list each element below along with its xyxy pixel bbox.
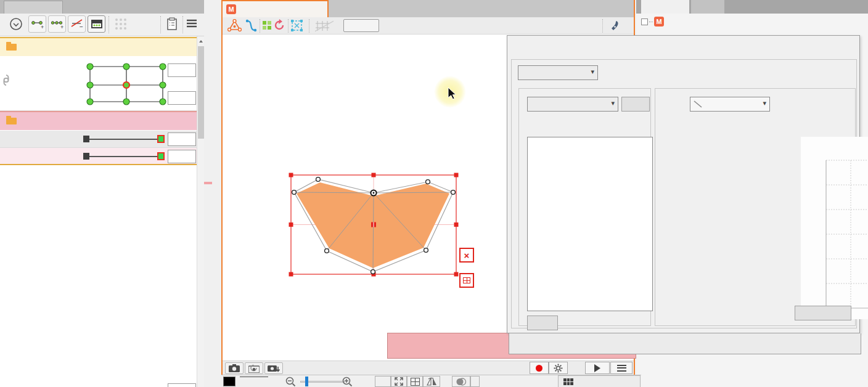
- zoom-percentage-field[interactable]: [240, 377, 268, 377]
- chevron-down-icon: ▾: [591, 68, 594, 76]
- multiview-button[interactable]: [558, 375, 641, 387]
- rotate-deformer-icon[interactable]: [273, 19, 285, 31]
- grid-view-icon: [315, 20, 334, 32]
- grid-glyph-icon: [463, 277, 470, 283]
- selection-center-marker[interactable]: [371, 222, 376, 227]
- zoom-in-icon[interactable]: [342, 377, 353, 387]
- camera-reset-button[interactable]: [245, 362, 263, 374]
- camera-export-button[interactable]: [264, 362, 283, 374]
- scrollbar-thumb[interactable]: [198, 46, 204, 139]
- blendshape-combo[interactable]: ▾: [518, 65, 598, 80]
- parameter-rows: [0, 0, 197, 387]
- tab-project[interactable]: [641, 0, 689, 14]
- project-tree-item[interactable]: M: [641, 16, 668, 27]
- record-settings-button[interactable]: [549, 362, 568, 374]
- partial-row: [0, 382, 197, 387]
- chevron-down-icon: ▾: [763, 99, 766, 107]
- parameter-scrollbar[interactable]: [197, 36, 204, 387]
- playlist-button[interactable]: [610, 362, 633, 374]
- toolbar-separator: [602, 19, 603, 33]
- viewport-bottom-toolbar: [223, 361, 634, 375]
- onion-skin-button[interactable]: [452, 376, 470, 387]
- zoom-slider-thumb[interactable]: [305, 377, 308, 386]
- model-file-icon: M: [654, 17, 664, 26]
- list-icon: [617, 365, 626, 372]
- mesh-edit-button[interactable]: [459, 273, 474, 288]
- fit-view-button[interactable]: [391, 376, 407, 387]
- solo-button[interactable]: [343, 19, 379, 32]
- weight-limit-graph: [801, 137, 868, 319]
- blendshape-mesh-icon[interactable]: [227, 19, 242, 32]
- project-tabstrip: [636, 0, 868, 14]
- parameter-group: ▾: [518, 88, 651, 326]
- graph-edit-button[interactable]: [795, 306, 851, 320]
- onion-skin-dropdown[interactable]: [470, 376, 480, 387]
- zoom-out-icon[interactable]: [285, 377, 296, 387]
- tab-log[interactable]: [691, 0, 724, 14]
- actual-size-button[interactable]: [375, 376, 391, 387]
- model-file-icon: M: [226, 4, 236, 14]
- chevron-down-icon: ▾: [611, 99, 615, 107]
- tree-expander-icon[interactable]: [641, 18, 648, 25]
- mirror-icon: [427, 377, 437, 386]
- play-button[interactable]: [585, 362, 610, 374]
- tree-connector: [649, 22, 653, 22]
- grid-icon: [411, 378, 420, 386]
- preset-combo[interactable]: ▾: [690, 97, 770, 112]
- viewport-toolbar: [223, 17, 634, 35]
- delete-button[interactable]: [527, 316, 558, 330]
- ruler-marker: [204, 182, 212, 184]
- gear-icon: [554, 364, 563, 373]
- toolbar-separator: [260, 19, 260, 33]
- flip-view-button[interactable]: [423, 376, 440, 387]
- snapshot-camera-button[interactable]: [225, 362, 244, 374]
- toolbar-separator: [309, 19, 309, 33]
- application-window: + + −: [0, 0, 868, 387]
- show-grid-button[interactable]: [407, 376, 423, 387]
- parameter-panel: + + −: [0, 0, 204, 387]
- deselect-button[interactable]: ×: [459, 248, 474, 263]
- path-edit-icon[interactable]: [245, 19, 258, 32]
- canvas-ruler: [204, 0, 221, 375]
- bounding-box-icon[interactable]: [290, 19, 303, 32]
- canvas-status-bar: [221, 375, 641, 387]
- add-button[interactable]: [621, 97, 650, 112]
- tab-blendshape-view[interactable]: M: [223, 0, 329, 17]
- blendshape-group: ▾ ▾ ▾: [511, 59, 857, 328]
- parameter-listbox[interactable]: [527, 137, 653, 311]
- pen-tool-icon[interactable]: [608, 20, 621, 32]
- parameter-combo[interactable]: ▾: [527, 97, 618, 112]
- play-icon: [594, 364, 601, 372]
- multiview-grid-icon: [563, 378, 573, 385]
- background-color-swatch[interactable]: [223, 377, 235, 386]
- deform-grid-icon[interactable]: [262, 20, 272, 30]
- toolbar-separator: [288, 19, 289, 33]
- graph-grid: [801, 137, 868, 319]
- expand-arrows-icon: [395, 377, 403, 386]
- record-icon: [536, 365, 542, 372]
- dialog-footer: [509, 333, 861, 354]
- record-button[interactable]: [530, 362, 549, 374]
- onion-skin-icon: [456, 378, 467, 386]
- weight-limit-graph-group: ▾: [655, 88, 856, 326]
- weight-limit-dialog: ▾ ▾ ▾: [507, 35, 860, 333]
- line-preset-icon: [694, 100, 702, 108]
- viewport-tabstrip: M: [223, 0, 634, 17]
- scroll-up-arrow[interactable]: [198, 37, 204, 45]
